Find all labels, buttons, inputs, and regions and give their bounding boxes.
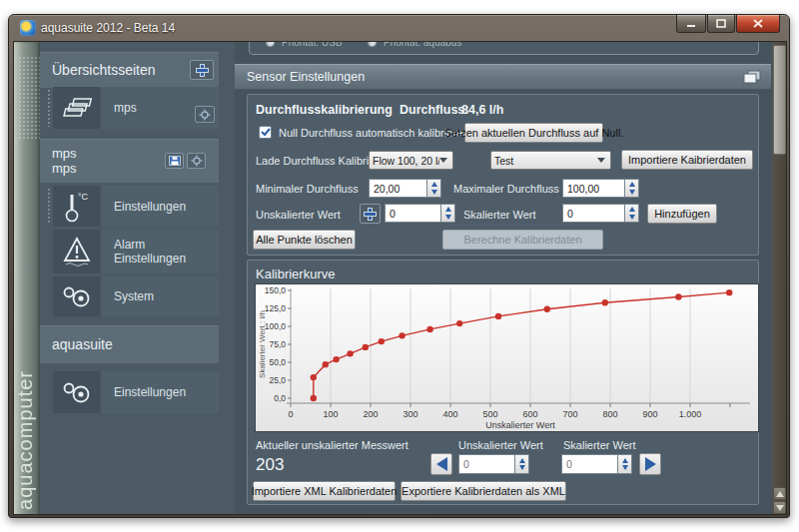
export-xml-button[interactable]: Exportiere Kalibrierdaten als XML bbox=[400, 481, 566, 501]
sidebar-item-aquasuite-einstellungen[interactable]: Einstellungen bbox=[102, 371, 219, 413]
sidebar: aquacomputer Übersichtsseiten mps bbox=[14, 42, 235, 515]
thermometer-icon: °C bbox=[63, 191, 91, 223]
scroll-down-button[interactable] bbox=[773, 501, 786, 514]
vertical-scrollbar[interactable] bbox=[772, 42, 787, 515]
spin-down-icon[interactable] bbox=[629, 215, 635, 220]
maximize-icon bbox=[716, 19, 726, 28]
set-zero-button[interactable]: Setzen aktuellen Durchfluss auf Null. bbox=[464, 123, 603, 143]
add-point-button[interactable]: Hinzufügen bbox=[647, 204, 717, 224]
svg-text:100: 100 bbox=[323, 409, 338, 419]
spin-down-icon[interactable] bbox=[445, 215, 451, 220]
curve-select-value: Flow 100, 20 l/h - 100 l/ bbox=[370, 155, 439, 167]
drag-grip[interactable] bbox=[47, 89, 52, 127]
svg-text:50,0: 50,0 bbox=[269, 357, 286, 367]
spin-up-icon[interactable] bbox=[629, 182, 635, 187]
svg-text:0,0: 0,0 bbox=[274, 393, 286, 403]
max-flow-label: Maximaler Durchfluss bbox=[453, 183, 559, 195]
overview-page-settings-button[interactable] bbox=[195, 106, 215, 123]
scaled-value-spinner[interactable]: 0 bbox=[562, 204, 639, 223]
close-icon bbox=[753, 19, 763, 28]
arrow-down-icon bbox=[776, 505, 784, 511]
sensor-settings-header: Sensor Einstellungen bbox=[235, 64, 771, 90]
auto-zero-label: Null Durchfluss automatisch kalibrieren bbox=[279, 127, 468, 139]
spin-down-icon[interactable] bbox=[519, 465, 525, 470]
arrow-up-icon bbox=[776, 491, 784, 497]
close-button[interactable] bbox=[736, 15, 780, 33]
minimize-button[interactable] bbox=[676, 15, 706, 33]
brand-logo-text: aquacomputer bbox=[14, 370, 40, 510]
svg-text:800: 800 bbox=[602, 409, 617, 419]
spin-up-icon[interactable] bbox=[431, 182, 437, 187]
device-name: mps bbox=[52, 146, 77, 161]
spin-down-icon[interactable] bbox=[622, 465, 628, 470]
radio-priority-aquabus[interactable] bbox=[368, 42, 377, 47]
spin-down-icon[interactable] bbox=[431, 190, 437, 195]
sidebar-item-alarm-einstellungen[interactable]: Alarm Einstellungen bbox=[102, 230, 219, 273]
svg-text:0: 0 bbox=[288, 409, 293, 419]
sensor-settings-title: Sensor Einstellungen bbox=[247, 70, 365, 84]
sidebar-item-system-icon-tile[interactable] bbox=[53, 276, 100, 316]
sidebar-item-alarm-icon-tile[interactable] bbox=[53, 230, 100, 273]
svg-text:25,0: 25,0 bbox=[269, 375, 286, 385]
nav-unscaled-spinner[interactable]: 0 bbox=[458, 454, 529, 474]
next-point-button[interactable] bbox=[639, 453, 661, 475]
calibration-curve-group: Kalibrierkurve 0100200300400500600700800… bbox=[247, 260, 759, 505]
add-overview-page-button[interactable] bbox=[190, 60, 214, 80]
overview-page-tile[interactable] bbox=[53, 87, 100, 129]
spin-up-icon[interactable] bbox=[622, 458, 628, 463]
sidebar-item-einstellungen[interactable]: Einstellungen bbox=[102, 186, 219, 227]
previous-point-button[interactable] bbox=[430, 453, 452, 475]
device-save-button[interactable] bbox=[165, 153, 184, 169]
spin-up-icon[interactable] bbox=[445, 207, 451, 212]
alarm-warning-icon bbox=[61, 236, 93, 267]
scrollbar-thumb[interactable] bbox=[773, 45, 786, 155]
radio-priority-usb[interactable] bbox=[266, 42, 275, 47]
chevron-down-icon bbox=[597, 158, 605, 167]
arrow-left-icon bbox=[436, 457, 447, 471]
unscaled-value-spinner[interactable]: 0 bbox=[385, 204, 455, 223]
svg-text:Unskalierter Wert: Unskalierter Wert bbox=[485, 420, 555, 430]
priority-panel-partial: Priorität: USB Priorität: aquabus bbox=[249, 42, 759, 55]
auto-zero-checkbox[interactable] bbox=[259, 126, 272, 139]
gear-icon bbox=[191, 155, 203, 167]
spin-down-icon[interactable] bbox=[629, 190, 635, 195]
dataset-select[interactable]: Test bbox=[490, 151, 611, 170]
save-disk-icon bbox=[169, 156, 181, 166]
svg-text:300: 300 bbox=[402, 409, 417, 419]
drag-grip[interactable] bbox=[47, 188, 52, 224]
pick-unscaled-button[interactable] bbox=[360, 204, 381, 224]
svg-text:1.000: 1.000 bbox=[679, 409, 702, 419]
max-flow-value: 100,00 bbox=[562, 179, 625, 198]
arrow-right-icon bbox=[645, 457, 656, 471]
spin-up-icon[interactable] bbox=[629, 207, 635, 212]
cascade-windows-icon[interactable] bbox=[743, 70, 761, 85]
nav-unscaled-label: Unskalierter Wert bbox=[458, 439, 543, 451]
gears-icon bbox=[60, 378, 94, 406]
min-flow-spinner[interactable]: 20,00 bbox=[369, 179, 441, 198]
flow-calibration-title: Durchflusskalibrierung bbox=[256, 103, 393, 117]
svg-text:400: 400 bbox=[442, 409, 457, 419]
sidebar-item-system[interactable]: System bbox=[102, 276, 219, 316]
sidebar-item-einstellungen-icon-tile[interactable]: °C bbox=[53, 186, 100, 227]
spin-up-icon[interactable] bbox=[519, 458, 525, 463]
nav-scaled-spinner[interactable]: 0 bbox=[561, 454, 632, 474]
plus-icon bbox=[197, 65, 208, 76]
delete-all-points-button[interactable]: Alle Punkte löschen bbox=[253, 230, 356, 250]
max-flow-spinner[interactable]: 100,00 bbox=[562, 179, 639, 198]
gears-icon bbox=[60, 282, 94, 310]
maximize-button[interactable] bbox=[707, 15, 735, 33]
flow-calibration-group: Durchflusskalibrierung Durchfluss: 84,6 … bbox=[247, 94, 759, 256]
svg-text:Skalierter Wert : l/h: Skalierter Wert : l/h bbox=[258, 310, 267, 378]
sidebar-item-aquasuite-settings-icon-tile[interactable] bbox=[53, 371, 100, 413]
svg-text:150,0: 150,0 bbox=[265, 285, 287, 295]
device-settings-button[interactable] bbox=[187, 153, 206, 169]
curve-select[interactable]: Flow 100, 20 l/h - 100 l/ bbox=[369, 151, 453, 170]
svg-text:100,0: 100,0 bbox=[265, 321, 287, 331]
title-bar[interactable]: aquasuite 2012 - Beta 14 bbox=[9, 15, 789, 41]
import-xml-button[interactable]: Importiere XML Kalibrierdaten bbox=[253, 481, 396, 501]
aquasuite-section-header[interactable]: aquasuite bbox=[40, 325, 219, 363]
svg-text:200: 200 bbox=[363, 409, 378, 419]
import-calibration-button[interactable]: Importiere Kaibrierdaten bbox=[621, 150, 753, 170]
scroll-up-button[interactable] bbox=[773, 487, 786, 500]
main-panel: Priorität: USB Priorität: aquabus Sensor… bbox=[235, 42, 787, 515]
